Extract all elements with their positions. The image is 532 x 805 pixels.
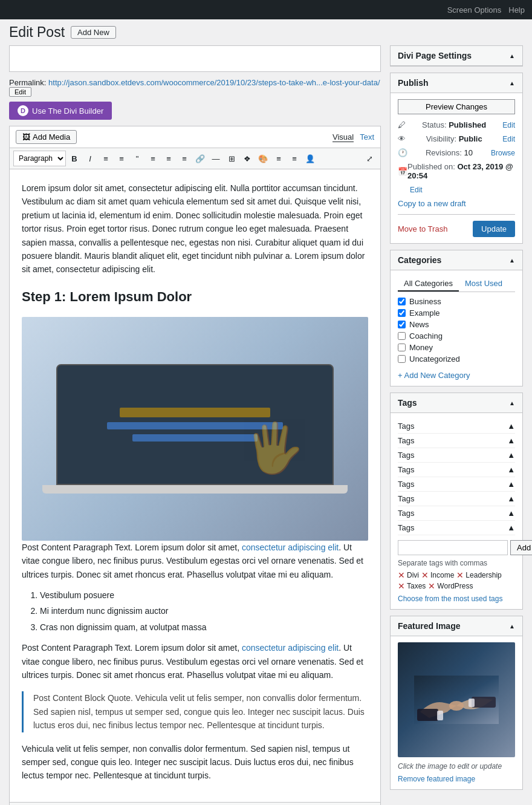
svg-rect-5 bbox=[469, 699, 475, 707]
content-heading1: Step 1: Lorem Ipsum Dolor bbox=[22, 286, 368, 307]
tags-sub-chevron-4: ▲ bbox=[507, 465, 515, 474]
tags-sub-row-2[interactable]: Tags ▲ bbox=[398, 434, 515, 448]
align-center-button[interactable]: ≡ bbox=[161, 151, 176, 166]
all-categories-tab[interactable]: All Categories bbox=[398, 276, 459, 292]
link-button[interactable]: 🔗 bbox=[193, 151, 207, 166]
tags-sub-label-2: Tags bbox=[398, 436, 414, 445]
add-new-button[interactable]: Add New bbox=[71, 26, 116, 39]
list-item-1: Vestibulum posuere bbox=[40, 588, 368, 602]
choose-tags-link[interactable]: Choose from the most used tags bbox=[398, 595, 502, 603]
tags-sub-row-8[interactable]: Tags ▲ bbox=[398, 521, 515, 535]
bold-button[interactable]: B bbox=[67, 151, 82, 166]
screen-options-btn[interactable]: Screen Options bbox=[447, 5, 502, 15]
copy-draft-link[interactable]: Copy to a new draft bbox=[398, 199, 515, 208]
text-tab[interactable]: Text bbox=[360, 132, 374, 142]
add-media-button[interactable]: 🖼 Add Media bbox=[16, 130, 77, 144]
more-button[interactable]: — bbox=[209, 151, 223, 166]
content-paragraph1: Lorem ipsum dolor sit amet, consectetur … bbox=[22, 181, 368, 276]
content-link2[interactable]: consectetur adipiscing elit bbox=[242, 643, 339, 653]
category-tabs: All Categories Most Used bbox=[398, 276, 515, 292]
revisions-browse-link[interactable]: Browse bbox=[491, 149, 515, 157]
divi-builder-button[interactable]: D Use The Divi Builder bbox=[9, 102, 112, 120]
categories-panel-header[interactable]: Categories ▲ bbox=[391, 250, 522, 270]
published-icon: 📅 bbox=[398, 167, 407, 176]
tag-remove-wordpress[interactable]: ✕ bbox=[428, 582, 435, 590]
special4-button[interactable]: ≡ bbox=[287, 151, 302, 166]
remove-featured-image-link[interactable]: Remove featured image bbox=[398, 775, 475, 783]
tag-remove-income[interactable]: ✕ bbox=[421, 571, 429, 579]
visibility-icon: 👁 bbox=[398, 134, 406, 143]
list-item: Business bbox=[398, 297, 515, 306]
fullscreen-button[interactable]: ⤢ bbox=[362, 151, 377, 166]
coaching-checkbox[interactable] bbox=[398, 332, 406, 340]
content-link1[interactable]: consectetur adipiscing elit bbox=[242, 543, 339, 552]
editor-toolbar: Paragraph B I ≡ ≡ " ≡ ≡ ≡ 🔗 — ⊞ ❖ 🎨 ≡ ≡ … bbox=[9, 148, 381, 169]
update-button[interactable]: Update bbox=[473, 221, 515, 237]
align-left-button[interactable]: ≡ bbox=[146, 151, 160, 166]
list-item: News bbox=[398, 320, 515, 329]
italic-button[interactable]: I bbox=[83, 151, 97, 166]
divi-page-settings-header[interactable]: Divi Page Settings ▲ bbox=[391, 46, 522, 66]
tags-sub-chevron-2: ▲ bbox=[507, 436, 515, 445]
tags-sub-chevron-5: ▲ bbox=[507, 480, 515, 489]
special1-button[interactable]: ❖ bbox=[240, 151, 255, 166]
tag-add-button[interactable]: Add bbox=[510, 540, 532, 555]
tags-sub-row-4[interactable]: Tags ▲ bbox=[398, 463, 515, 477]
special2-button[interactable]: 🎨 bbox=[256, 151, 270, 166]
status-edit-link[interactable]: Edit bbox=[502, 121, 515, 129]
publish-panel-header[interactable]: Publish ▲ bbox=[391, 73, 522, 93]
tags-sub-row-1[interactable]: Tags ▲ bbox=[398, 419, 515, 434]
tags-panel-title: Tags bbox=[398, 398, 417, 408]
revisions-row: 🕐 Revisions: 10 Browse bbox=[398, 148, 515, 157]
preview-changes-button[interactable]: Preview Changes bbox=[398, 99, 515, 114]
category-list: Business Example News Coaching bbox=[398, 297, 515, 366]
permalink-edit-btn[interactable]: Edit bbox=[9, 87, 31, 97]
visibility-edit-link[interactable]: Edit bbox=[502, 135, 515, 143]
special3-button[interactable]: ≡ bbox=[271, 151, 286, 166]
tag-remove-divi[interactable]: ✕ bbox=[398, 571, 405, 579]
format-select[interactable]: Paragraph bbox=[13, 151, 66, 166]
sidebar-column: Divi Page Settings ▲ Publish ▲ Preview C… bbox=[390, 45, 523, 796]
tag-remove-taxes[interactable]: ✕ bbox=[398, 582, 405, 590]
published-row: 📅 Published on: Oct 23, 2019 @ 20:54 bbox=[398, 162, 515, 180]
tags-panel-header[interactable]: Tags ▲ bbox=[391, 393, 522, 413]
blockquote-button[interactable]: " bbox=[130, 151, 144, 166]
published-edit-link[interactable]: Edit bbox=[410, 186, 423, 194]
align-right-button[interactable]: ≡ bbox=[177, 151, 192, 166]
tag-chip-leadership: ✕ Leadership bbox=[456, 571, 501, 579]
money-checkbox[interactable] bbox=[398, 344, 406, 351]
status-row: 🖊 Status: Published Edit bbox=[398, 120, 515, 129]
news-checkbox[interactable] bbox=[398, 321, 406, 328]
post-title-input[interactable]: Steps to Take When You've Lost Your Data bbox=[15, 51, 375, 67]
special5-button[interactable]: 👤 bbox=[303, 151, 317, 166]
example-checkbox[interactable] bbox=[398, 309, 406, 317]
featured-image-preview[interactable] bbox=[398, 642, 515, 757]
revisions-label: Revisions: 10 bbox=[426, 148, 473, 157]
business-checkbox[interactable] bbox=[398, 298, 406, 305]
permalink-bar: Permalink: http://jason.sandbox.etdevs.c… bbox=[9, 78, 381, 97]
tags-sub-row-3[interactable]: Tags ▲ bbox=[398, 448, 515, 463]
move-to-trash-link[interactable]: Move to Trash bbox=[398, 224, 447, 233]
tag-chips: ✕ Divi ✕ Income ✕ Leadership ✕ Taxes bbox=[398, 571, 515, 590]
tag-remove-leadership[interactable]: ✕ bbox=[456, 571, 464, 579]
tags-sub-row-6[interactable]: Tags ▲ bbox=[398, 492, 515, 506]
most-used-tab[interactable]: Most Used bbox=[459, 276, 508, 292]
bullet-list-button[interactable]: ≡ bbox=[99, 151, 113, 166]
tags-sub-row-7[interactable]: Tags ▲ bbox=[398, 506, 515, 521]
help-btn[interactable]: Help bbox=[508, 5, 525, 15]
uncategorized-checkbox[interactable] bbox=[398, 355, 406, 363]
table-button[interactable]: ⊞ bbox=[224, 151, 239, 166]
permalink-label: Permalink: bbox=[9, 78, 46, 87]
content-paragraph3: Post Content Paragraph Text. Lorem ipsum… bbox=[22, 641, 368, 682]
tag-input[interactable] bbox=[398, 540, 508, 555]
featured-image-header[interactable]: Featured Image ▲ bbox=[391, 616, 522, 636]
numbered-list-button[interactable]: ≡ bbox=[114, 151, 129, 166]
featured-image-chevron-icon: ▲ bbox=[509, 623, 515, 630]
tags-sub-row-5[interactable]: Tags ▲ bbox=[398, 477, 515, 492]
add-new-category-link[interactable]: + Add New Category bbox=[398, 371, 515, 380]
editor-content[interactable]: Lorem ipsum dolor sit amet, consectetur … bbox=[9, 169, 381, 803]
status-value: Published bbox=[449, 120, 486, 129]
content-laptop-image: 🖐 bbox=[22, 317, 368, 541]
permalink-url[interactable]: http://jason.sandbox.etdevs.com/woocomme… bbox=[48, 78, 380, 87]
visual-tab[interactable]: Visual bbox=[332, 132, 354, 142]
